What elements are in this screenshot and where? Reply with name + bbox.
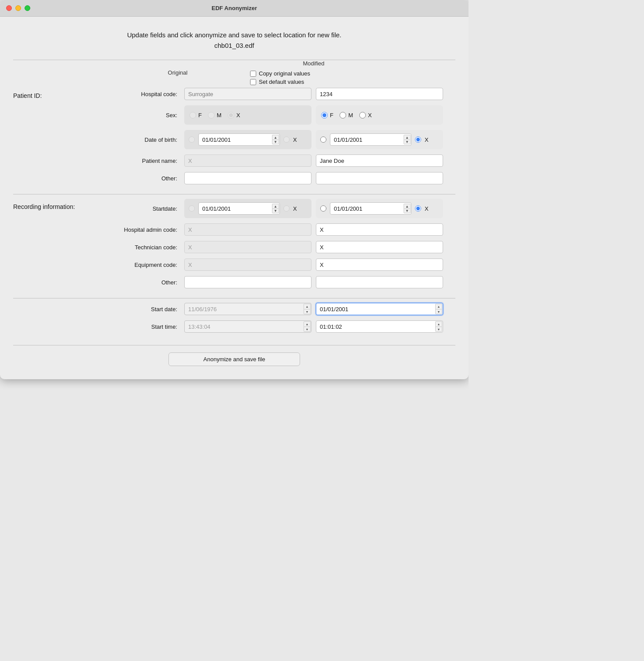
startdate-modified-group: ▲ ▼ X xyxy=(316,199,443,218)
start-time-modified-spinner: ▲ ▼ xyxy=(435,321,442,332)
patient-name-modified-input[interactable] xyxy=(316,154,443,167)
patient-id-section: Patient ID: Hospital code: Sex: xyxy=(13,88,455,190)
start-date-original-input[interactable] xyxy=(184,303,311,315)
startdate-modified-step-down[interactable]: ▼ xyxy=(404,208,411,213)
dob-original-stepper: ▲ ▼ xyxy=(272,135,279,144)
patient-other-original-input[interactable] xyxy=(184,172,311,184)
datetime-side-label xyxy=(13,303,83,307)
equipment-code-label: Equipment code: xyxy=(83,262,184,268)
set-default-checkbox[interactable] xyxy=(250,79,256,85)
startdate-modified-x-radio[interactable] xyxy=(415,205,421,212)
startdate-original-enable-radio[interactable] xyxy=(189,205,195,212)
start-time-original: ▲ ▼ xyxy=(184,320,311,333)
copy-original-checkbox[interactable] xyxy=(250,71,256,77)
dob-modified-group: ▲ ▼ X xyxy=(316,130,443,149)
sex-modified: F M X xyxy=(316,105,443,125)
recording-other-modified-input[interactable] xyxy=(316,276,443,288)
start-date-modified-spin-up[interactable]: ▲ xyxy=(435,304,442,309)
startdate-modified-stepper: ▲ ▼ xyxy=(404,204,411,213)
dob-original-x-label: X xyxy=(293,137,297,143)
startdate-original-input-wrapper: ▲ ▼ xyxy=(198,202,280,215)
sex-modified-f-radio[interactable] xyxy=(321,112,328,119)
startdate-modified-date-input[interactable] xyxy=(330,202,411,215)
recording-other-label: Other: xyxy=(83,279,184,286)
sex-modified-m-radio[interactable] xyxy=(340,112,346,119)
hospital-admin-code-modified-input[interactable] xyxy=(316,223,443,236)
minimize-button[interactable] xyxy=(15,5,21,11)
anonymize-button[interactable]: Anonymize and save file xyxy=(168,352,300,366)
start-date-row: Start date: ▲ ▼ xyxy=(83,303,455,315)
sex-original-f-item: F xyxy=(190,112,202,119)
dob-original-step-down[interactable]: ▼ xyxy=(272,140,279,144)
sex-original-f-radio[interactable] xyxy=(190,112,196,119)
start-time-original-input[interactable] xyxy=(184,320,311,333)
start-time-modified-spin-up[interactable]: ▲ xyxy=(435,321,442,327)
patient-name-row: Patient name: xyxy=(83,154,455,167)
startdate-original-step-down[interactable]: ▼ xyxy=(272,208,279,213)
start-date-original-spin-up[interactable]: ▲ xyxy=(304,304,311,309)
patient-name-original-input[interactable] xyxy=(184,154,311,167)
hospital-code-original xyxy=(184,88,311,100)
sex-modified-m-item: M xyxy=(340,112,353,119)
startdate-modified-enable-radio[interactable] xyxy=(320,205,326,212)
patient-name-label: Patient name: xyxy=(83,158,184,164)
start-time-original-spinner: ▲ ▼ xyxy=(304,321,311,332)
start-date-original-spin-down[interactable]: ▼ xyxy=(304,309,311,314)
startdate-modified-step-up[interactable]: ▲ xyxy=(404,204,411,208)
equipment-code-modified xyxy=(316,259,443,271)
instruction-text: Update fields and click anonymize and sa… xyxy=(13,30,455,40)
start-time-modified-input[interactable] xyxy=(316,320,443,333)
hospital-admin-code-original-input[interactable] xyxy=(184,223,311,236)
start-time-original-spin-down[interactable]: ▼ xyxy=(304,327,311,332)
dob-original-enable-radio[interactable] xyxy=(189,137,195,143)
dob-modified-step-up[interactable]: ▲ xyxy=(404,135,411,140)
datetime-fields: Start date: ▲ ▼ xyxy=(83,303,455,338)
dob-label: Date of birth: xyxy=(83,137,184,143)
dob-modified-enable-radio[interactable] xyxy=(320,137,326,143)
technician-code-original xyxy=(184,241,311,253)
technician-code-original-input[interactable] xyxy=(184,241,311,253)
sex-original-x-radio[interactable] xyxy=(228,112,234,119)
startdate-original-x-label: X xyxy=(293,205,297,212)
sex-modified-x-label: X xyxy=(368,112,372,119)
dob-modified-x-radio[interactable] xyxy=(415,137,421,143)
startdate-original-date-input[interactable] xyxy=(198,202,280,215)
startdate-original-step-up[interactable]: ▲ xyxy=(272,204,279,208)
equipment-code-modified-input[interactable] xyxy=(316,259,443,271)
start-date-modified-input[interactable] xyxy=(316,303,443,315)
start-time-original-spin-up[interactable]: ▲ xyxy=(304,321,311,327)
sex-modified-x-radio[interactable] xyxy=(359,112,366,119)
sex-original-x-item: X xyxy=(228,112,240,119)
window-title: EDF Anonymizer xyxy=(211,5,257,11)
start-time-modified-spin-down[interactable]: ▼ xyxy=(435,327,442,332)
start-time-modified: ▲ ▼ xyxy=(316,320,443,333)
startdate-original-x-radio[interactable] xyxy=(283,205,290,212)
startdate-modified-x-label: X xyxy=(425,205,429,212)
dob-original-step-up[interactable]: ▲ xyxy=(272,135,279,140)
technician-code-modified-input[interactable] xyxy=(316,241,443,253)
patient-id-label: Patient ID: xyxy=(13,88,83,99)
hospital-code-modified-input[interactable] xyxy=(316,88,443,100)
maximize-button[interactable] xyxy=(25,5,30,11)
sex-original-m-item: M xyxy=(208,112,222,119)
equipment-code-original-input[interactable] xyxy=(184,259,311,271)
dob-original-x-radio[interactable] xyxy=(283,137,290,143)
patient-name-original xyxy=(184,154,311,167)
patient-other-label: Other: xyxy=(83,175,184,182)
filename-text: chb01_03.edf xyxy=(13,40,455,51)
recording-other-original-input[interactable] xyxy=(184,276,311,288)
sex-original-m-radio[interactable] xyxy=(208,112,215,119)
dob-original-date-input[interactable] xyxy=(198,133,280,146)
start-date-modified-spin-down[interactable]: ▼ xyxy=(435,309,442,314)
sex-modified-f-item: F xyxy=(321,112,333,119)
startdate-label: Startdate: xyxy=(83,205,184,212)
modified-column-area: Modified Copy original values Set defaul… xyxy=(250,60,377,85)
datetime-section: Start date: ▲ ▼ xyxy=(13,303,455,338)
hospital-code-original-input[interactable] xyxy=(184,88,311,100)
close-button[interactable] xyxy=(6,5,12,11)
dob-modified-date-input[interactable] xyxy=(330,133,411,146)
modified-column-label: Modified xyxy=(250,60,377,67)
equipment-code-original xyxy=(184,259,311,271)
patient-other-modified-input[interactable] xyxy=(316,172,443,184)
dob-modified-step-down[interactable]: ▼ xyxy=(404,140,411,144)
